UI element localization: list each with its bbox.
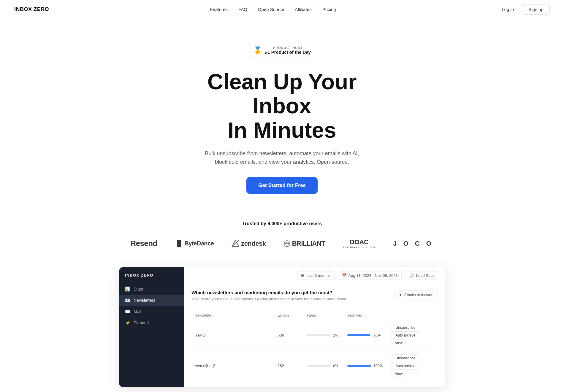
- cell-actions-0: Unsubscribe Auto archive View: [389, 320, 438, 350]
- login-button[interactable]: Log in: [497, 4, 519, 14]
- sidebar-item-planned[interactable]: ⚡ Planned: [119, 317, 184, 328]
- logo-resend: Resend: [130, 239, 157, 248]
- hero-section: 🥇 PRODUCT HUNT #1 Product of the Day Cle…: [0, 19, 564, 212]
- th-emails[interactable]: Emails ⇅: [275, 311, 304, 320]
- filter-funnel-icon: ▼: [399, 293, 403, 297]
- sidebar-planned-label: Planned: [134, 320, 149, 325]
- cell-emails-1: 262: [275, 350, 304, 381]
- nav-features[interactable]: Features: [210, 7, 228, 12]
- logo-zendesk: zendesk: [232, 240, 266, 247]
- emails-to-include-button[interactable]: ▼ Emails to include: [394, 290, 438, 299]
- logo-bytedance: ▐▌ByteDance: [175, 240, 214, 247]
- newsletters-icon: 📧: [125, 298, 131, 303]
- archived-sort-icon: ⇅: [364, 314, 367, 317]
- trust-text: Trusted by 9,000+ productive users: [7, 221, 557, 226]
- section-title: Which newsletters and marketing emails d…: [191, 290, 347, 296]
- nav-logo: INBOX ZERO: [14, 6, 49, 12]
- ph-title: #1 Product of the Day: [265, 50, 311, 55]
- sidebar-brand: INBOX ZERO: [119, 273, 184, 283]
- cell-archived-1: 100%: [344, 350, 389, 381]
- nav-actions: Log in Sign up: [497, 4, 550, 15]
- ph-label: PRODUCT HUNT: [265, 46, 311, 50]
- view-button-0[interactable]: View: [392, 339, 406, 347]
- filter-button[interactable]: ☰ Last 3 months: [297, 271, 335, 280]
- trophy-icon: 🥇: [253, 46, 262, 55]
- nav-opensource[interactable]: Open Source: [258, 7, 284, 12]
- sidebar-item-stats[interactable]: 📊 Stats: [119, 283, 184, 295]
- table-row: *vercel[bot]* 262 0% 100% Unsubscribe Au…: [191, 350, 438, 381]
- emails-sort-icon: ⇅: [291, 314, 294, 317]
- autoarchive-button-1[interactable]: Auto archive: [392, 362, 419, 370]
- app-content: Which newsletters and marketing emails d…: [184, 284, 445, 387]
- cell-name-0: HARO: [191, 320, 275, 350]
- planned-icon: ⚡: [125, 320, 131, 326]
- cell-read-1: 0%: [304, 350, 344, 381]
- nav-links: Features FAQ Open Source Affiliates Pric…: [210, 7, 336, 12]
- cta-button[interactable]: Get Started for Free: [246, 177, 318, 194]
- app-sidebar: INBOX ZERO 📊 Stats 📧 Newsletters ✉️ Mail…: [119, 267, 184, 387]
- unsubscribe-button-0[interactable]: Unsubscribe: [392, 324, 419, 331]
- nav-pricing[interactable]: Pricing: [322, 7, 336, 12]
- read-sort-icon: ⇅: [318, 314, 321, 317]
- section-subtitle: A list of are your email subscriptions. …: [191, 297, 347, 301]
- date-range-button[interactable]: 📅 Aug 11, 2023 - Nov 09, 2023: [338, 271, 402, 280]
- app-main: ☰ Last 3 months 📅 Aug 11, 2023 - Nov 09,…: [184, 267, 445, 387]
- cell-actions-1: Unsubscribe Auto archive View: [389, 350, 438, 381]
- calendar-icon: 📅: [342, 273, 347, 278]
- chart-icon: 📈: [410, 273, 414, 278]
- bytedance-icon: ▐▌: [175, 240, 183, 247]
- unsubscribe-button-1[interactable]: Unsubscribe: [392, 354, 419, 362]
- cell-read-0: 2%: [304, 320, 344, 350]
- svg-line-1: [232, 240, 239, 246]
- view-button-1[interactable]: View: [392, 370, 406, 377]
- logo-brilliant: BRILLIANT: [284, 240, 325, 247]
- sidebar-stats-label: Stats: [134, 287, 143, 291]
- logo-joco: J O C O: [393, 240, 434, 247]
- cell-name-1: *vercel[bot]*: [191, 350, 275, 381]
- hero-subtext: Bulk unsubscribe from newsletters, autom…: [205, 149, 359, 166]
- sidebar-newsletters-label: Newsletters: [134, 298, 155, 303]
- app-toolbar: ☰ Last 3 months 📅 Aug 11, 2023 - Nov 09,…: [184, 267, 445, 284]
- zendesk-icon: [232, 240, 239, 247]
- th-actions: [389, 311, 438, 320]
- app-preview: INBOX ZERO 📊 Stats 📧 Newsletters ✉️ Mail…: [119, 267, 445, 388]
- th-newsletter: Newsletter: [191, 311, 275, 320]
- hero-heading: Clean Up Your Inbox In Minutes: [178, 70, 386, 142]
- table-row: HARO 536 2% 95% Unsubscribe Auto archive…: [191, 320, 438, 350]
- cell-emails-0: 536: [275, 320, 304, 350]
- logo-doac: DOAC THE DIARY OF A CEO: [343, 238, 375, 249]
- product-hunt-badge: 🥇 PRODUCT HUNT #1 Product of the Day: [247, 43, 317, 58]
- th-archived[interactable]: Archived ⇅: [344, 311, 389, 320]
- load-stats-button[interactable]: 📈 Load Stats: [405, 271, 439, 280]
- navbar: INBOX ZERO Features FAQ Open Source Affi…: [0, 0, 564, 19]
- sidebar-item-newsletters[interactable]: 📧 Newsletters: [119, 295, 184, 306]
- sidebar-mail-label: Mail: [134, 309, 141, 314]
- stats-icon: 📊: [125, 286, 131, 292]
- mail-icon: ✉️: [125, 309, 131, 314]
- sidebar-item-mail[interactable]: ✉️ Mail: [119, 306, 184, 317]
- brilliant-icon: [284, 240, 290, 247]
- signup-button[interactable]: Sign up: [522, 4, 550, 15]
- nav-faq[interactable]: FAQ: [238, 7, 247, 12]
- logo-strip: Resend ▐▌ByteDance zendesk BRILLIANT DOA…: [0, 238, 564, 267]
- autoarchive-button-0[interactable]: Auto archive: [392, 331, 419, 339]
- trust-section: Trusted by 9,000+ productive users: [0, 212, 564, 226]
- filter-icon: ☰: [301, 273, 305, 278]
- nav-affiliates[interactable]: Affiliates: [295, 7, 311, 12]
- cell-archived-0: 95%: [344, 320, 389, 350]
- th-read[interactable]: Read ⇅: [304, 311, 344, 320]
- newsletter-table: Newsletter Emails ⇅ Read ⇅: [191, 311, 438, 381]
